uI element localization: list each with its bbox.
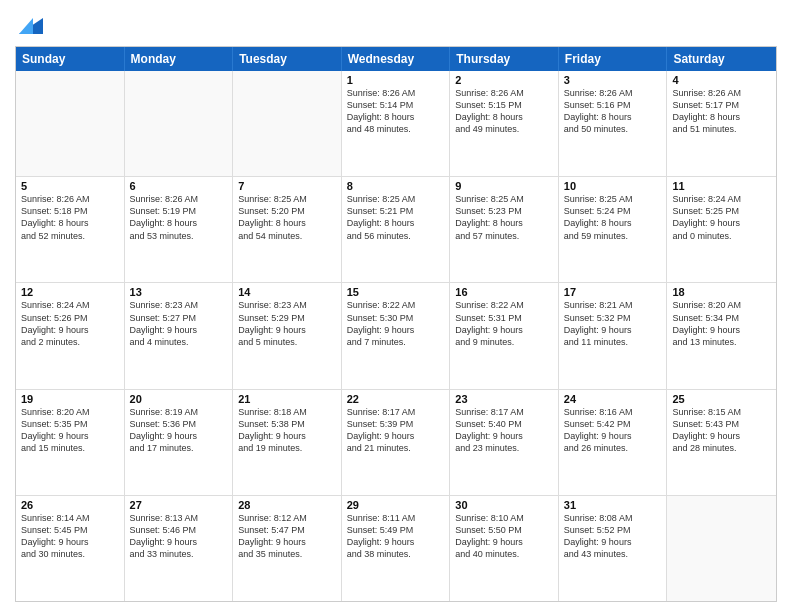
day-cell-21: 21Sunrise: 8:18 AM Sunset: 5:38 PM Dayli… (233, 390, 342, 495)
day-info: Sunrise: 8:23 AM Sunset: 5:29 PM Dayligh… (238, 299, 336, 348)
week-row-4: 26Sunrise: 8:14 AM Sunset: 5:45 PM Dayli… (16, 495, 776, 601)
week-row-2: 12Sunrise: 8:24 AM Sunset: 5:26 PM Dayli… (16, 282, 776, 388)
logo-icon (15, 14, 45, 38)
header-day-tuesday: Tuesday (233, 47, 342, 71)
empty-cell (667, 496, 776, 601)
day-cell-6: 6Sunrise: 8:26 AM Sunset: 5:19 PM Daylig… (125, 177, 234, 282)
day-info: Sunrise: 8:16 AM Sunset: 5:42 PM Dayligh… (564, 406, 662, 455)
day-number: 25 (672, 393, 771, 405)
day-number: 22 (347, 393, 445, 405)
day-cell-9: 9Sunrise: 8:25 AM Sunset: 5:23 PM Daylig… (450, 177, 559, 282)
day-info: Sunrise: 8:15 AM Sunset: 5:43 PM Dayligh… (672, 406, 771, 455)
day-info: Sunrise: 8:18 AM Sunset: 5:38 PM Dayligh… (238, 406, 336, 455)
day-number: 29 (347, 499, 445, 511)
page: SundayMondayTuesdayWednesdayThursdayFrid… (0, 0, 792, 612)
logo (15, 14, 45, 38)
empty-cell (125, 71, 234, 176)
week-row-1: 5Sunrise: 8:26 AM Sunset: 5:18 PM Daylig… (16, 176, 776, 282)
day-cell-12: 12Sunrise: 8:24 AM Sunset: 5:26 PM Dayli… (16, 283, 125, 388)
day-number: 10 (564, 180, 662, 192)
header (15, 10, 777, 38)
day-number: 28 (238, 499, 336, 511)
header-day-thursday: Thursday (450, 47, 559, 71)
header-day-monday: Monday (125, 47, 234, 71)
day-number: 27 (130, 499, 228, 511)
day-info: Sunrise: 8:26 AM Sunset: 5:15 PM Dayligh… (455, 87, 553, 136)
day-number: 4 (672, 74, 771, 86)
day-info: Sunrise: 8:19 AM Sunset: 5:36 PM Dayligh… (130, 406, 228, 455)
day-number: 24 (564, 393, 662, 405)
day-cell-30: 30Sunrise: 8:10 AM Sunset: 5:50 PM Dayli… (450, 496, 559, 601)
day-cell-11: 11Sunrise: 8:24 AM Sunset: 5:25 PM Dayli… (667, 177, 776, 282)
day-number: 3 (564, 74, 662, 86)
day-cell-3: 3Sunrise: 8:26 AM Sunset: 5:16 PM Daylig… (559, 71, 668, 176)
day-cell-17: 17Sunrise: 8:21 AM Sunset: 5:32 PM Dayli… (559, 283, 668, 388)
week-row-3: 19Sunrise: 8:20 AM Sunset: 5:35 PM Dayli… (16, 389, 776, 495)
day-info: Sunrise: 8:25 AM Sunset: 5:20 PM Dayligh… (238, 193, 336, 242)
day-info: Sunrise: 8:24 AM Sunset: 5:25 PM Dayligh… (672, 193, 771, 242)
day-info: Sunrise: 8:20 AM Sunset: 5:34 PM Dayligh… (672, 299, 771, 348)
day-info: Sunrise: 8:14 AM Sunset: 5:45 PM Dayligh… (21, 512, 119, 561)
day-info: Sunrise: 8:25 AM Sunset: 5:21 PM Dayligh… (347, 193, 445, 242)
day-info: Sunrise: 8:26 AM Sunset: 5:16 PM Dayligh… (564, 87, 662, 136)
day-cell-5: 5Sunrise: 8:26 AM Sunset: 5:18 PM Daylig… (16, 177, 125, 282)
day-number: 16 (455, 286, 553, 298)
day-info: Sunrise: 8:20 AM Sunset: 5:35 PM Dayligh… (21, 406, 119, 455)
day-number: 23 (455, 393, 553, 405)
day-info: Sunrise: 8:11 AM Sunset: 5:49 PM Dayligh… (347, 512, 445, 561)
day-cell-2: 2Sunrise: 8:26 AM Sunset: 5:15 PM Daylig… (450, 71, 559, 176)
day-number: 17 (564, 286, 662, 298)
day-cell-28: 28Sunrise: 8:12 AM Sunset: 5:47 PM Dayli… (233, 496, 342, 601)
calendar-body: 1Sunrise: 8:26 AM Sunset: 5:14 PM Daylig… (16, 71, 776, 601)
day-cell-19: 19Sunrise: 8:20 AM Sunset: 5:35 PM Dayli… (16, 390, 125, 495)
day-number: 11 (672, 180, 771, 192)
day-number: 20 (130, 393, 228, 405)
day-info: Sunrise: 8:25 AM Sunset: 5:23 PM Dayligh… (455, 193, 553, 242)
svg-marker-1 (19, 18, 33, 34)
header-day-wednesday: Wednesday (342, 47, 451, 71)
day-number: 13 (130, 286, 228, 298)
day-number: 15 (347, 286, 445, 298)
day-info: Sunrise: 8:25 AM Sunset: 5:24 PM Dayligh… (564, 193, 662, 242)
day-cell-29: 29Sunrise: 8:11 AM Sunset: 5:49 PM Dayli… (342, 496, 451, 601)
day-cell-23: 23Sunrise: 8:17 AM Sunset: 5:40 PM Dayli… (450, 390, 559, 495)
day-info: Sunrise: 8:22 AM Sunset: 5:31 PM Dayligh… (455, 299, 553, 348)
day-cell-25: 25Sunrise: 8:15 AM Sunset: 5:43 PM Dayli… (667, 390, 776, 495)
day-cell-8: 8Sunrise: 8:25 AM Sunset: 5:21 PM Daylig… (342, 177, 451, 282)
day-number: 8 (347, 180, 445, 192)
day-cell-22: 22Sunrise: 8:17 AM Sunset: 5:39 PM Dayli… (342, 390, 451, 495)
day-number: 12 (21, 286, 119, 298)
day-number: 9 (455, 180, 553, 192)
day-info: Sunrise: 8:17 AM Sunset: 5:40 PM Dayligh… (455, 406, 553, 455)
day-cell-31: 31Sunrise: 8:08 AM Sunset: 5:52 PM Dayli… (559, 496, 668, 601)
day-number: 31 (564, 499, 662, 511)
day-info: Sunrise: 8:10 AM Sunset: 5:50 PM Dayligh… (455, 512, 553, 561)
day-info: Sunrise: 8:21 AM Sunset: 5:32 PM Dayligh… (564, 299, 662, 348)
header-day-sunday: Sunday (16, 47, 125, 71)
day-number: 14 (238, 286, 336, 298)
header-day-saturday: Saturday (667, 47, 776, 71)
empty-cell (233, 71, 342, 176)
day-cell-24: 24Sunrise: 8:16 AM Sunset: 5:42 PM Dayli… (559, 390, 668, 495)
day-info: Sunrise: 8:13 AM Sunset: 5:46 PM Dayligh… (130, 512, 228, 561)
week-row-0: 1Sunrise: 8:26 AM Sunset: 5:14 PM Daylig… (16, 71, 776, 176)
day-info: Sunrise: 8:26 AM Sunset: 5:18 PM Dayligh… (21, 193, 119, 242)
day-cell-27: 27Sunrise: 8:13 AM Sunset: 5:46 PM Dayli… (125, 496, 234, 601)
day-number: 1 (347, 74, 445, 86)
day-cell-14: 14Sunrise: 8:23 AM Sunset: 5:29 PM Dayli… (233, 283, 342, 388)
day-number: 30 (455, 499, 553, 511)
day-number: 2 (455, 74, 553, 86)
day-cell-7: 7Sunrise: 8:25 AM Sunset: 5:20 PM Daylig… (233, 177, 342, 282)
calendar: SundayMondayTuesdayWednesdayThursdayFrid… (15, 46, 777, 602)
day-info: Sunrise: 8:26 AM Sunset: 5:19 PM Dayligh… (130, 193, 228, 242)
day-cell-15: 15Sunrise: 8:22 AM Sunset: 5:30 PM Dayli… (342, 283, 451, 388)
day-info: Sunrise: 8:26 AM Sunset: 5:14 PM Dayligh… (347, 87, 445, 136)
day-number: 18 (672, 286, 771, 298)
day-info: Sunrise: 8:23 AM Sunset: 5:27 PM Dayligh… (130, 299, 228, 348)
day-info: Sunrise: 8:26 AM Sunset: 5:17 PM Dayligh… (672, 87, 771, 136)
calendar-header: SundayMondayTuesdayWednesdayThursdayFrid… (16, 47, 776, 71)
day-info: Sunrise: 8:24 AM Sunset: 5:26 PM Dayligh… (21, 299, 119, 348)
day-number: 21 (238, 393, 336, 405)
day-cell-13: 13Sunrise: 8:23 AM Sunset: 5:27 PM Dayli… (125, 283, 234, 388)
day-number: 6 (130, 180, 228, 192)
